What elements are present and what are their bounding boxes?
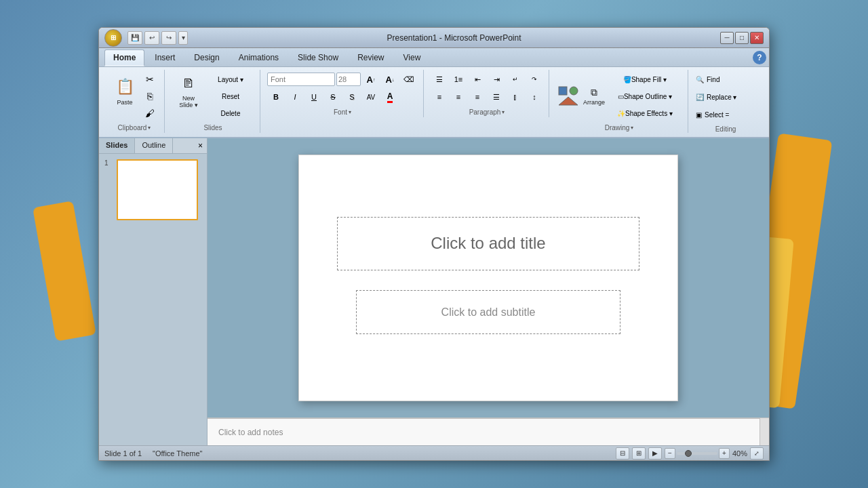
grow-font-btn[interactable]: A↑ <box>362 71 380 87</box>
subtitle-placeholder[interactable]: Click to add subtitle <box>356 290 621 334</box>
layout-btn[interactable]: Layout ▾ <box>207 71 254 87</box>
drawing-expand[interactable]: ▾ <box>631 125 633 131</box>
ltr-btn[interactable]: ↷ <box>526 71 543 87</box>
zoom-control: − + 40% <box>665 448 747 459</box>
slide-thumbnail-1[interactable]: 1 <box>104 159 201 220</box>
title-placeholder[interactable]: Click to add title <box>337 217 639 271</box>
format-painter-btn[interactable]: 🖌 <box>141 105 159 121</box>
font-name-input[interactable] <box>267 73 335 86</box>
slides-list: 1 <box>99 154 207 445</box>
numbering-btn[interactable]: 1≡ <box>450 71 467 87</box>
align-right-btn[interactable]: ≡ <box>469 89 486 105</box>
font-color-btn[interactable]: A <box>381 89 399 105</box>
find-btn[interactable]: 🔍 Find <box>695 71 756 87</box>
bold-btn[interactable]: B <box>267 89 285 105</box>
slides-label: Slides <box>172 123 254 133</box>
tab-slideshow[interactable]: Slide Show <box>289 49 347 66</box>
align-left-btn[interactable]: ≡ <box>431 89 448 105</box>
paste-icon: 📋 <box>114 76 136 98</box>
slide-sorter-btn[interactable]: ⊞ <box>632 447 646 460</box>
clipboard-small-btns: ✂ ⎘ 🖌 <box>141 71 159 121</box>
align-center-btn[interactable]: ≡ <box>450 89 467 105</box>
more-qa-btn[interactable]: ▾ <box>178 31 188 45</box>
slide-preview-1[interactable] <box>117 159 198 220</box>
shape-outline-btn[interactable]: ▭ Shape Outline ▾ <box>608 88 682 104</box>
canvas-notes-area: Click to add title Click to add subtitle… <box>208 138 769 445</box>
shapes-gallery[interactable] <box>556 84 580 108</box>
tab-animations[interactable]: Animations <box>230 49 288 66</box>
help-btn[interactable]: ? <box>753 51 766 64</box>
shape-fill-btn[interactable]: 🪣 Shape Fill ▾ <box>608 71 682 87</box>
zoom-out-btn[interactable]: − <box>665 448 675 459</box>
zoom-slider[interactable] <box>677 452 717 455</box>
copy-btn[interactable]: ⎘ <box>141 88 159 104</box>
justify-btn[interactable]: ☰ <box>488 89 505 105</box>
drawing-right-btns: 🪣 Shape Fill ▾ ▭ Shape Outline ▾ ✨ Shape… <box>608 71 682 121</box>
replace-btn[interactable]: 🔄 Replace ▾ <box>695 89 756 105</box>
svg-marker-2 <box>559 97 578 105</box>
editing-content: 🔍 Find 🔄 Replace ▾ ▣ Select = <box>695 70 756 124</box>
tab-design[interactable]: Design <box>185 49 228 66</box>
tab-home[interactable]: Home <box>104 49 144 66</box>
char-spacing-btn[interactable]: AV <box>362 89 380 105</box>
cut-btn[interactable]: ✂ <box>141 71 159 87</box>
underline-btn[interactable]: U <box>305 89 323 105</box>
drawing-label: Drawing ▾ <box>556 123 682 133</box>
normal-view-btn[interactable]: ⊟ <box>616 447 629 460</box>
main-area: Slides Outline × 1 Click to add title <box>99 138 769 445</box>
notes-area[interactable]: Click to add notes <box>208 418 760 445</box>
zoom-slider-thumb <box>685 450 692 457</box>
minimize-btn[interactable]: ─ <box>720 32 734 44</box>
tab-insert[interactable]: Insert <box>146 49 184 66</box>
bullets-btn[interactable]: ☰ <box>431 71 448 87</box>
font-expand[interactable]: ▾ <box>349 109 351 115</box>
new-slide-icon: 🖹 <box>178 73 199 94</box>
editing-label: Editing <box>695 124 756 134</box>
powerpoint-window: ⊞ 💾 ↩ ↪ ▾ Presentation1 - Microsoft Powe… <box>98 27 770 461</box>
status-bar: Slide 1 of 1 "Office Theme" ⊟ ⊞ ▶ − + 40… <box>99 445 769 460</box>
clear-format-btn[interactable]: ⌫ <box>400 71 418 87</box>
para-row1: ☰ 1≡ ⇤ ⇥ ↵ ↷ <box>431 71 543 87</box>
shrink-font-btn[interactable]: A↓ <box>381 71 399 87</box>
save-qa-btn[interactable]: 💾 <box>127 31 142 45</box>
strikethrough-btn[interactable]: S <box>324 89 342 105</box>
shadow-btn[interactable]: S <box>343 89 361 105</box>
inc-indent-btn[interactable]: ⇥ <box>488 71 505 87</box>
select-btn[interactable]: ▣ Select = <box>695 106 756 123</box>
tab-view[interactable]: View <box>395 49 430 66</box>
undo-qa-btn[interactable]: ↩ <box>144 31 159 45</box>
close-btn[interactable]: ✕ <box>750 32 764 44</box>
new-slide-btn[interactable]: 🖹 NewSlide ▾ <box>172 71 205 110</box>
window-title: Presentation1 - Microsoft PowerPoint <box>188 33 720 43</box>
slideshow-btn[interactable]: ▶ <box>648 447 662 460</box>
shape-effects-btn[interactable]: ✨ Shape Effects ▾ <box>608 105 682 121</box>
fit-btn[interactable]: ⤢ <box>750 447 764 460</box>
redo-qa-btn[interactable]: ↪ <box>161 31 176 45</box>
theme-info: "Office Theme" <box>153 449 202 458</box>
arrange-btn[interactable]: ⧉ Arrange <box>582 84 606 108</box>
clipboard-expand[interactable]: ▾ <box>148 125 151 131</box>
font-label: Font ▾ <box>267 107 418 117</box>
reset-btn[interactable]: Reset <box>207 88 254 104</box>
zoom-in-btn[interactable]: + <box>719 448 730 459</box>
canvas-area: Click to add title Click to add subtitle <box>208 138 769 418</box>
tab-review[interactable]: Review <box>349 49 393 66</box>
rtl-btn[interactable]: ↵ <box>507 71 524 87</box>
columns-btn[interactable]: ⫿ <box>507 89 524 105</box>
notes-scrollbar[interactable] <box>760 418 769 445</box>
office-button[interactable]: ⊞ <box>104 29 122 47</box>
paste-btn[interactable]: 📋 Paste <box>110 71 140 110</box>
slides-tab[interactable]: Slides <box>99 138 135 153</box>
ribbon-group-paragraph: ☰ 1≡ ⇤ ⇥ ↵ ↷ ≡ ≡ ≡ ☰ ⫿ ↕ Paragraph <box>425 70 549 117</box>
notes-section: Click to add notes <box>208 418 769 445</box>
dec-indent-btn[interactable]: ⇤ <box>469 71 486 87</box>
paragraph-expand[interactable]: ▾ <box>502 109 505 115</box>
outline-tab[interactable]: Outline <box>135 138 173 153</box>
line-spacing-btn[interactable]: ↕ <box>526 89 543 105</box>
panel-close-btn[interactable]: × <box>194 138 207 153</box>
slide-number-1: 1 <box>104 159 114 220</box>
italic-btn[interactable]: I <box>286 89 304 105</box>
delete-btn[interactable]: Delete <box>207 105 254 121</box>
font-size-input[interactable] <box>336 73 361 86</box>
restore-btn[interactable]: □ <box>735 32 749 44</box>
